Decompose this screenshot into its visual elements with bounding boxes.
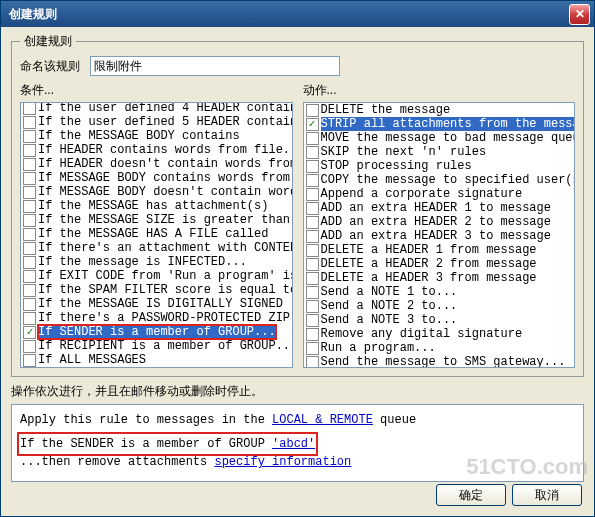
checkbox-icon[interactable] xyxy=(306,230,319,243)
fieldset-legend: 创建规则 xyxy=(20,33,76,50)
checkbox-icon[interactable] xyxy=(23,256,36,269)
checkbox-icon[interactable] xyxy=(306,328,319,341)
checkbox-icon[interactable] xyxy=(23,298,36,311)
checkbox-icon[interactable] xyxy=(306,104,319,117)
checkbox-icon[interactable] xyxy=(306,342,319,355)
condition-item[interactable]: If HEADER contains words from file... xyxy=(21,143,292,157)
action-item[interactable]: Run a program... xyxy=(304,341,575,355)
checkbox-icon[interactable] xyxy=(23,228,36,241)
condition-item[interactable]: If the user defined 5 HEADER contains xyxy=(21,115,292,129)
checkbox-icon[interactable] xyxy=(23,172,36,185)
checkbox-icon[interactable] xyxy=(306,286,319,299)
checkbox-icon[interactable] xyxy=(306,146,319,159)
condition-item[interactable]: If there's an attachment with CONTENT-TY xyxy=(21,241,292,255)
checkbox-icon[interactable] xyxy=(23,242,36,255)
action-item[interactable]: Remove any digital signature xyxy=(304,327,575,341)
action-item[interactable]: DELETE a HEADER 2 from message xyxy=(304,257,575,271)
action-item-label: SKIP the next 'n' rules xyxy=(321,145,487,159)
condition-item[interactable]: If the MESSAGE IS DIGITALLY SIGNED xyxy=(21,297,292,311)
action-item[interactable]: ✓STRIP all attachments from the message xyxy=(304,117,575,131)
group-link[interactable]: 'abcd' xyxy=(272,437,315,451)
condition-item-label: If HEADER doesn't contain words from fil… xyxy=(38,157,292,171)
checkbox-icon[interactable] xyxy=(23,158,36,171)
condition-item-label: If RECIPIENT is a member of GROUP... xyxy=(38,339,292,353)
name-label: 命名该规则 xyxy=(20,58,80,75)
action-item[interactable]: DELETE a HEADER 3 from message xyxy=(304,271,575,285)
checkbox-icon[interactable] xyxy=(306,188,319,201)
condition-item[interactable]: If the MESSAGE BODY contains xyxy=(21,129,292,143)
specify-link[interactable]: specify information xyxy=(214,455,351,469)
condition-item[interactable]: If MESSAGE BODY contains words from file xyxy=(21,171,292,185)
checkbox-icon[interactable] xyxy=(306,356,319,368)
close-button[interactable]: ✕ xyxy=(569,4,590,25)
checkbox-icon[interactable]: ✓ xyxy=(306,118,319,131)
action-item[interactable]: Send a NOTE 3 to... xyxy=(304,313,575,327)
conditions-listbox[interactable]: If the REPLY-TO HEADER containsIf the us… xyxy=(20,102,293,368)
action-item-label: Send a NOTE 3 to... xyxy=(321,313,458,327)
condition-item[interactable]: ✓If SENDER is a member of GROUP... xyxy=(21,325,292,339)
queue-link[interactable]: LOCAL & REMOTE xyxy=(272,413,373,427)
checkbox-icon[interactable] xyxy=(306,174,319,187)
action-item[interactable]: SKIP the next 'n' rules xyxy=(304,145,575,159)
checkbox-icon[interactable] xyxy=(23,200,36,213)
actions-listbox[interactable]: DELETE the message✓STRIP all attachments… xyxy=(303,102,576,368)
checkbox-icon[interactable] xyxy=(306,258,319,271)
condition-item[interactable]: If HEADER doesn't contain words from fil… xyxy=(21,157,292,171)
checkbox-icon[interactable] xyxy=(23,270,36,283)
checkbox-icon[interactable] xyxy=(23,144,36,157)
action-item-label: DELETE a HEADER 3 from message xyxy=(321,271,537,285)
condition-item[interactable]: If ALL MESSAGES xyxy=(21,353,292,367)
action-item[interactable]: Send a NOTE 1 to... xyxy=(304,285,575,299)
checkbox-icon[interactable] xyxy=(306,272,319,285)
cancel-button[interactable]: 取消 xyxy=(512,484,582,506)
action-item[interactable]: DELETE the message xyxy=(304,103,575,117)
action-item[interactable]: ADD an extra HEADER 2 to message xyxy=(304,215,575,229)
action-item-label: ADD an extra HEADER 3 to message xyxy=(321,229,551,243)
checkbox-icon[interactable] xyxy=(306,202,319,215)
condition-item[interactable]: If the MESSAGE SIZE is greater than xyxy=(21,213,292,227)
condition-item[interactable]: If EXIT CODE from 'Run a program' is equ xyxy=(21,269,292,283)
checkbox-icon[interactable] xyxy=(306,300,319,313)
condition-item[interactable]: If the user defined 4 HEADER contains xyxy=(21,103,292,115)
action-item[interactable]: Append a corporate signature xyxy=(304,187,575,201)
actions-column: 动作... DELETE the message✓STRIP all attac… xyxy=(303,82,576,368)
condition-item[interactable]: If the message is INFECTED... xyxy=(21,255,292,269)
checkbox-icon[interactable] xyxy=(23,130,36,143)
checkbox-icon[interactable] xyxy=(23,354,36,367)
condition-item[interactable]: If MESSAGE BODY doesn't contain words fr xyxy=(21,185,292,199)
checkbox-icon[interactable] xyxy=(23,103,36,115)
action-item[interactable]: Send the message to SMS gateway... xyxy=(304,355,575,367)
checkbox-icon[interactable] xyxy=(23,312,36,325)
rule-name-input[interactable] xyxy=(90,56,340,76)
checkbox-icon[interactable] xyxy=(306,314,319,327)
condition-item[interactable]: If there's a PASSWORD-PROTECTED ZIP file xyxy=(21,311,292,325)
ok-button[interactable]: 确定 xyxy=(436,484,506,506)
condition-item-label: If HEADER contains words from file... xyxy=(38,143,292,157)
conditions-label: 条件... xyxy=(20,82,293,99)
checkbox-icon[interactable] xyxy=(306,244,319,257)
action-item[interactable]: MOVE the message to bad message queue xyxy=(304,131,575,145)
action-item-label: Send a NOTE 1 to... xyxy=(321,285,458,299)
checkbox-icon[interactable] xyxy=(23,186,36,199)
checkbox-icon[interactable] xyxy=(306,216,319,229)
action-item[interactable]: ADD an extra HEADER 3 to message xyxy=(304,229,575,243)
checkbox-icon[interactable] xyxy=(23,284,36,297)
action-item[interactable]: COPY the message to specified user(s) xyxy=(304,173,575,187)
condition-item-label: If the user defined 4 HEADER contains xyxy=(38,103,292,115)
checkbox-icon[interactable]: ✓ xyxy=(23,326,36,339)
condition-item-label: If SENDER is a member of GROUP... xyxy=(38,325,276,339)
checkbox-icon[interactable] xyxy=(23,214,36,227)
action-item[interactable]: Send a NOTE 2 to... xyxy=(304,299,575,313)
checkbox-icon[interactable] xyxy=(306,132,319,145)
action-item[interactable]: ADD an extra HEADER 1 to message xyxy=(304,201,575,215)
action-item-label: Run a program... xyxy=(321,341,436,355)
checkbox-icon[interactable] xyxy=(23,340,36,353)
condition-item[interactable]: If the SPAM FILTER score is equal to xyxy=(21,283,292,297)
checkbox-icon[interactable] xyxy=(306,160,319,173)
condition-item[interactable]: If RECIPIENT is a member of GROUP... xyxy=(21,339,292,353)
action-item[interactable]: DELETE a HEADER 1 from message xyxy=(304,243,575,257)
condition-item[interactable]: If the MESSAGE HAS A FILE called xyxy=(21,227,292,241)
checkbox-icon[interactable] xyxy=(23,116,36,129)
action-item[interactable]: STOP processing rules xyxy=(304,159,575,173)
condition-item[interactable]: If the MESSAGE has attachment(s) xyxy=(21,199,292,213)
